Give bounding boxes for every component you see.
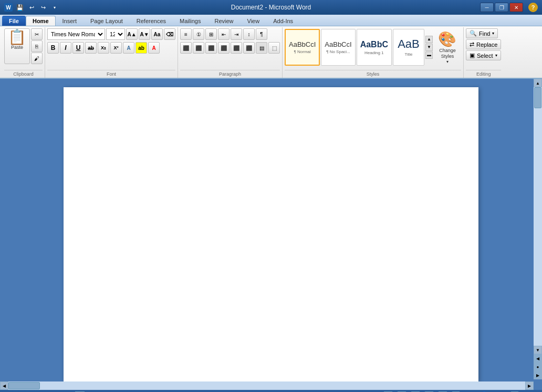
tab-file[interactable]: File [2, 16, 26, 26]
bold-button[interactable]: B [47, 42, 59, 54]
subscript-button[interactable]: X₂ [98, 42, 109, 54]
copy-button[interactable]: ⎘ [31, 40, 43, 52]
show-formatting-button[interactable]: ¶ [256, 28, 267, 40]
tab-review[interactable]: Review [207, 16, 240, 26]
bullets-button[interactable]: ≡ [180, 28, 192, 40]
restore-button[interactable]: ❐ [495, 3, 508, 12]
document-page[interactable] [64, 87, 478, 381]
title-preview: AaB [398, 37, 420, 51]
select-browse-button[interactable]: ● [534, 363, 542, 371]
scroll-up-button[interactable]: ▲ [534, 79, 542, 87]
help-button[interactable]: ? [528, 3, 538, 12]
paragraph-row1: ≡ ① ⊞ ⇤ ⇥ ↕ ¶ [180, 28, 267, 40]
find-button[interactable]: 🔍 Find ▾ [466, 28, 498, 38]
align-left-button[interactable]: ⬛ [180, 42, 192, 54]
clipboard-group-label: Clipboard [4, 70, 43, 77]
styles-content: AaBbCcI ¶ Normal AaBbCcI ¶ No Spaci... A… [285, 28, 461, 70]
cut-button[interactable]: ✂ [31, 28, 43, 40]
clear-formatting-button[interactable]: ⌫ [164, 28, 175, 40]
align-right-button[interactable]: ⬛ [205, 42, 217, 54]
normal-label: ¶ Normal [294, 49, 311, 54]
justify-button[interactable]: ⬛ [218, 42, 230, 54]
underline-button[interactable]: U [72, 42, 84, 54]
italic-button[interactable]: I [60, 42, 71, 54]
numbering-button[interactable]: ① [193, 28, 204, 40]
line-spacing-button[interactable]: ⬛ [243, 42, 255, 54]
style-heading1[interactable]: AaBbC Heading 1 [357, 29, 392, 66]
tab-view[interactable]: View [241, 16, 267, 26]
change-styles-label: ChangeStyles [439, 48, 456, 59]
font-group-label: Font [47, 70, 175, 77]
shrink-font-button[interactable]: A▼ [139, 28, 150, 40]
clipboard-group: 📋 Paste ✂ ⎘ 🖌 Clipboard [2, 27, 45, 78]
align-center-button[interactable]: ⬛ [193, 42, 204, 54]
ribbon: 📋 Paste ✂ ⎘ 🖌 Clipboard Times New Roman … [0, 26, 542, 79]
paste-icon: 📋 [8, 30, 26, 45]
increase-indent-button[interactable]: ⇥ [231, 28, 242, 40]
change-case-button[interactable]: Aa [151, 28, 163, 40]
columns-button[interactable]: ⬛ [231, 42, 242, 54]
styles-more[interactable]: ▬ [425, 51, 433, 59]
style-normal[interactable]: AaBbCcI ¶ Normal [285, 29, 320, 66]
title-bar: W 💾 ↩ ↪ ▾ Document2 - Microsoft Word ─ ❐… [0, 0, 542, 15]
grow-font-button[interactable]: A▲ [126, 28, 138, 40]
sort-button[interactable]: ↕ [243, 28, 255, 40]
quick-access-dropdown[interactable]: ▾ [49, 2, 60, 13]
paste-button[interactable]: 📋 Paste [4, 28, 30, 64]
minimize-button[interactable]: ─ [480, 3, 494, 12]
borders-button[interactable]: ⬚ [268, 42, 280, 54]
close-button[interactable]: ✕ [509, 3, 523, 12]
text-effects-button[interactable]: A [123, 42, 134, 54]
superscript-button[interactable]: X² [110, 42, 122, 54]
decrease-indent-button[interactable]: ⇤ [218, 28, 230, 40]
tab-references[interactable]: References [130, 16, 173, 26]
style-no-spacing[interactable]: AaBbCcI ¶ No Spaci... [321, 29, 355, 66]
scroll-thumb-h[interactable] [8, 382, 40, 389]
editing-group: 🔍 Find ▾ ⇄ Replace ▣ Select ▾ Editing [464, 27, 503, 78]
prev-page-button[interactable]: ◀ [534, 354, 542, 363]
vertical-scrollbar: ▲ ▼ ◀ ● ▶ [534, 79, 542, 379]
multilevel-button[interactable]: ⊞ [205, 28, 217, 40]
tab-home[interactable]: Home [26, 16, 56, 26]
styles-scroll: ▲ ▼ ▬ [425, 36, 433, 59]
replace-button[interactable]: ⇄ Replace [466, 39, 501, 49]
clipboard-small-buttons: ✂ ⎘ 🖌 [31, 28, 43, 64]
shading-button[interactable]: ▤ [256, 42, 267, 54]
styles-scroll-down[interactable]: ▼ [425, 44, 433, 51]
font-name-select[interactable]: Times New Roman [47, 28, 105, 40]
scroll-left-button[interactable]: ◀ [0, 381, 8, 390]
font-color-button[interactable]: A [148, 42, 160, 54]
heading1-preview: AaBbC [360, 39, 388, 49]
paragraph-content: ≡ ① ⊞ ⇤ ⇥ ↕ ¶ ⬛ ⬛ ⬛ ⬛ ⬛ ⬛ ▤ ⬚ [180, 28, 280, 70]
save-button[interactable]: 💾 [15, 2, 25, 13]
tab-page-layout[interactable]: Page Layout [84, 16, 130, 26]
scroll-right-button[interactable]: ▶ [525, 381, 534, 390]
redo-button[interactable]: ↪ [38, 2, 48, 13]
highlight-button[interactable]: ab [136, 42, 147, 54]
font-size-select[interactable]: 12 [106, 28, 125, 40]
title-label: Title [405, 52, 413, 57]
scroll-track-h[interactable] [8, 381, 525, 390]
font-group: Times New Roman 12 A▲ A▼ Aa ⌫ B I U ab X… [45, 27, 178, 78]
tab-insert[interactable]: Insert [56, 16, 84, 26]
styles-scroll-up[interactable]: ▲ [425, 36, 433, 43]
quick-access-toolbar: 💾 ↩ ↪ ▾ [15, 2, 60, 13]
undo-button[interactable]: ↩ [26, 2, 37, 13]
format-painter-button[interactable]: 🖌 [31, 53, 43, 64]
scroll-down-button[interactable]: ▼ [534, 346, 542, 354]
style-title[interactable]: AaB Title [393, 29, 424, 66]
tab-addins[interactable]: Add-Ins [266, 16, 300, 26]
horizontal-scrollbar: ◀ ▶ [0, 381, 534, 390]
change-styles-button[interactable]: 🎨 ChangeStyles ▾ [434, 28, 461, 66]
select-button[interactable]: ▣ Select ▾ [466, 50, 501, 60]
change-styles-icon: 🎨 [438, 30, 456, 48]
styles-group: AaBbCcI ¶ Normal AaBbCcI ¶ No Spaci... A… [283, 27, 464, 78]
select-label: Select [477, 53, 493, 59]
scroll-track-v[interactable] [534, 87, 542, 346]
scroll-thumb-v[interactable] [534, 87, 541, 108]
find-icon: 🔍 [470, 30, 477, 37]
select-icon: ▣ [470, 52, 475, 59]
strikethrough-button[interactable]: ab [85, 42, 97, 54]
next-page-button[interactable]: ▶ [534, 371, 542, 379]
tab-mailings[interactable]: Mailings [173, 16, 207, 26]
